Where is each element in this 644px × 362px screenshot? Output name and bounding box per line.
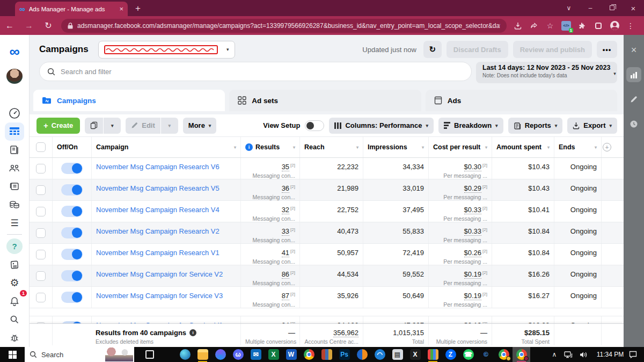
filmora-icon[interactable] (424, 347, 442, 362)
column-amount-spent[interactable]: Amount spent▾ (492, 137, 554, 157)
review-publish-button[interactable]: Review and publish (513, 41, 592, 58)
billing-coins-icon[interactable] (5, 196, 24, 214)
close-panel-icon[interactable]: × (626, 42, 641, 57)
results-value[interactable]: 33 (282, 227, 289, 236)
xsplit-icon[interactable]: X (406, 347, 424, 362)
campaigns-table-icon[interactable] (5, 122, 24, 141)
cost-per-result-value[interactable]: $0.33 (464, 227, 482, 236)
whatsapp-icon[interactable]: ☎ (459, 347, 477, 362)
search-filter-input[interactable]: Search and filter (39, 62, 472, 81)
row-checkbox[interactable] (36, 271, 46, 281)
volume-icon[interactable] (580, 351, 591, 358)
row-checkbox[interactable] (36, 207, 46, 216)
install-icon[interactable] (511, 19, 525, 33)
edit-sidebar-icon[interactable] (626, 92, 641, 107)
duplicate-caret-button[interactable]: ▾ (104, 118, 121, 134)
winrar-icon[interactable] (318, 347, 335, 362)
refresh-button[interactable]: ↻ (423, 41, 442, 58)
date-range-selector[interactable]: Last 14 days: 12 Nov 2023 - 25 Nov 2023 … (476, 62, 617, 83)
row-checkbox[interactable] (36, 228, 46, 238)
campaign-toggle[interactable] (61, 206, 83, 217)
share-icon[interactable] (527, 19, 541, 33)
photoshop-icon[interactable]: Ps (335, 347, 353, 362)
campaign-toggle[interactable] (61, 249, 83, 260)
campaign-link[interactable]: November Msg Campaign Research V6 (96, 160, 219, 171)
task-view-icon[interactable] (141, 347, 158, 362)
extensions-puzzle-icon[interactable] (575, 19, 589, 33)
report-bug-icon[interactable] (5, 329, 24, 347)
browser-tab[interactable]: ∞ Ads Manager - Manage ads - Ca × (15, 2, 128, 16)
campaign-toggle[interactable] (61, 227, 83, 238)
search-highlight-image[interactable] (105, 347, 133, 361)
row-checkbox[interactable] (36, 250, 46, 259)
tab-ads[interactable]: Ads (426, 90, 617, 111)
copilot-c-icon[interactable]: © (477, 347, 495, 362)
column-results[interactable]: iResults▾ (240, 137, 299, 157)
cost-per-result-value[interactable]: $0.29 (464, 184, 482, 193)
campaign-toggle[interactable] (61, 163, 83, 174)
url-bar[interactable]: adsmanager.facebook.com/adsmanager/manag… (61, 19, 507, 33)
discard-drafts-button[interactable]: Discard Drafts (447, 41, 508, 58)
campaign-toggle[interactable] (61, 270, 83, 281)
row-checkbox[interactable] (36, 185, 46, 195)
columns-button[interactable]: Columns: Performance ▾ (329, 118, 434, 134)
cost-per-result-value[interactable]: $0.33 (464, 206, 482, 214)
cost-per-result-value[interactable]: $0.19 (464, 292, 482, 300)
browser-profile-icon[interactable] (608, 19, 621, 33)
campaign-link[interactable]: November Msg Campaign Research V1 (96, 246, 219, 257)
word-icon[interactable]: W (282, 347, 300, 362)
column-reach[interactable]: Reach▾ (299, 137, 363, 157)
start-button[interactable] (0, 347, 25, 362)
tab-ad-sets[interactable]: Ad sets (229, 90, 421, 111)
rail-search-icon[interactable] (5, 310, 24, 329)
discord-icon[interactable]: ω (229, 347, 247, 362)
restore-button[interactable] (601, 4, 623, 12)
campaign-link[interactable]: November Msg Campaign for Service V3 (96, 289, 223, 300)
meta-logo-icon[interactable]: ∞ (9, 44, 19, 60)
campaign-link[interactable]: November Msg Campaign Research V5 (96, 182, 219, 192)
performance-chart-icon[interactable] (626, 67, 641, 82)
forward-button[interactable]: → (19, 21, 39, 31)
more-button[interactable]: More ▾ (183, 118, 217, 134)
cost-per-result-value[interactable]: $0.26 (464, 249, 482, 257)
audiences-people-icon[interactable] (5, 159, 24, 177)
results-value[interactable]: 41 (282, 249, 289, 257)
duplicate-button[interactable] (85, 118, 103, 134)
chrome-icon[interactable] (300, 347, 318, 362)
browser-menu-icon[interactable]: ⋮ (624, 19, 638, 33)
pages-icon[interactable] (5, 141, 24, 159)
tab-campaigns[interactable]: Campaigns (33, 90, 225, 111)
notifications-bell-icon[interactable]: 1 (5, 292, 24, 310)
tab-close-icon[interactable]: × (119, 5, 123, 13)
create-button[interactable]: + Create (36, 118, 80, 134)
campaign-link[interactable]: November Msg Campaign for Service V2 (96, 267, 223, 278)
add-column-button[interactable]: + (601, 137, 614, 157)
mail-icon[interactable]: ✉ (247, 347, 265, 362)
campaign-link[interactable]: November Msg Campaign Research V4 (96, 203, 219, 214)
firewall-ball-icon[interactable] (353, 347, 371, 362)
action-center-icon[interactable] (629, 351, 641, 358)
chrome-active-icon[interactable] (513, 347, 530, 362)
results-value[interactable]: 87 (282, 292, 289, 300)
campaign-toggle[interactable] (61, 292, 83, 303)
edge-icon[interactable] (176, 347, 194, 362)
results-info-icon[interactable]: i (245, 143, 253, 151)
hidden-icons-chevron[interactable]: ∧ (548, 351, 560, 358)
file-explorer-icon[interactable] (194, 347, 211, 362)
settings-gear-icon[interactable]: ⚙ (5, 274, 24, 292)
code-extension-icon[interactable]: </>1 (559, 19, 573, 33)
reload-button[interactable]: ↻ (39, 20, 58, 31)
close-window-button[interactable]: × (623, 4, 644, 13)
cost-per-result-value[interactable]: $0.30 (464, 163, 482, 171)
chrome-profile-icon[interactable] (495, 347, 513, 362)
updates-news-icon[interactable] (5, 256, 24, 274)
campaign-toggle[interactable] (61, 184, 83, 196)
zalo-icon[interactable]: Z (442, 347, 459, 362)
help-icon[interactable]: ? (6, 238, 23, 254)
all-tools-menu-icon[interactable]: ☰ (5, 214, 24, 232)
header-more-button[interactable]: ••• (597, 41, 617, 58)
column-campaign[interactable]: Campaign▾ (91, 137, 240, 157)
summary-info-icon[interactable]: i (189, 329, 196, 336)
bookmark-star-icon[interactable]: ☆ (543, 19, 557, 33)
results-value[interactable]: 32 (282, 206, 289, 214)
